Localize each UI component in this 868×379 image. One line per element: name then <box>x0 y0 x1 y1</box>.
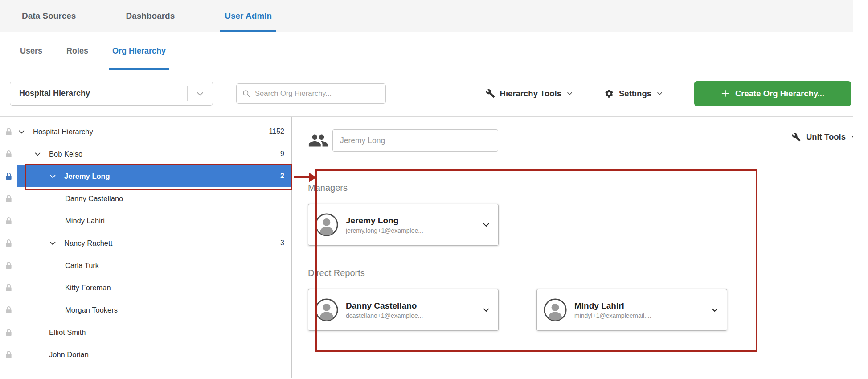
tree-item[interactable]: Nancy Rachett3 <box>0 232 291 254</box>
tree-item[interactable]: Hospital Hierarchy1152 <box>0 120 291 143</box>
unit-tools-button[interactable]: Unit Tools <box>792 132 857 142</box>
tab-org-hierarchy[interactable]: Org Hierarchy <box>111 32 167 70</box>
primary-nav: Data Sources Dashboards User Admin <box>0 0 868 32</box>
lock-icon <box>0 187 17 210</box>
unit-detail-panel: Unit Tools Managers Jeremy Long jeremy.l… <box>292 117 868 378</box>
person-card[interactable]: Mindy Lahiri mindyl+1@exampleemail.... <box>536 289 727 331</box>
tree-item-count: 2 <box>280 172 291 180</box>
search-icon <box>242 89 250 98</box>
chevron-down-icon[interactable] <box>711 306 719 314</box>
tree-item-label: Carla Turk <box>65 261 99 270</box>
tree-item-label: Kitty Foreman <box>65 284 111 292</box>
direct-reports-card-list: Danny Castellano dcastellano+1@examplee.… <box>308 289 857 331</box>
hierarchy-select-value: Hospital Hierarchy <box>10 89 187 98</box>
gear-icon <box>604 89 614 99</box>
lock-icon <box>0 165 17 187</box>
tree-item-label: Elliot Smith <box>49 328 86 337</box>
person-card[interactable]: Danny Castellano dcastellano+1@examplee.… <box>308 289 499 331</box>
unit-tools-label: Unit Tools <box>806 132 846 142</box>
lock-icon <box>0 276 17 299</box>
plus-icon <box>721 89 729 98</box>
unit-name-input[interactable] <box>332 129 498 152</box>
tree-item-label: Morgan Tookers <box>65 306 118 314</box>
direct-reports-heading: Direct Reports <box>308 268 857 278</box>
wrench-icon <box>792 132 801 142</box>
tree-item-count: 3 <box>280 239 291 247</box>
chevron-down-icon[interactable] <box>18 128 33 136</box>
lock-icon <box>0 232 17 254</box>
avatar-icon <box>543 298 567 322</box>
tree-item[interactable]: Morgan Tookers <box>0 299 291 321</box>
chevron-down-icon[interactable] <box>482 221 490 229</box>
settings-label: Settings <box>619 89 651 99</box>
person-name: Mindy Lahiri <box>574 301 651 311</box>
tab-roles[interactable]: Roles <box>65 32 90 70</box>
tab-users[interactable]: Users <box>19 32 44 70</box>
chevron-down-icon[interactable] <box>188 89 213 98</box>
chevron-down-icon <box>566 90 573 97</box>
lock-icon <box>0 210 17 232</box>
chevron-down-icon[interactable] <box>49 239 64 247</box>
person-email: dcastellano+1@examplee... <box>346 312 423 319</box>
people-group-icon <box>308 130 328 151</box>
content-area: Hospital Hierarchy1152Bob Kelso9Jeremy L… <box>0 117 868 378</box>
person-email: jeremy.long+1@examplee... <box>346 227 423 234</box>
secondary-nav: Users Roles Org Hierarchy <box>0 32 868 70</box>
tree-item[interactable]: Jeremy Long2 <box>0 165 291 187</box>
lock-icon <box>0 321 17 343</box>
hierarchy-tools-label: Hierarchy Tools <box>500 89 561 99</box>
person-name: Danny Castellano <box>346 301 423 311</box>
tree-item[interactable]: Elliot Smith <box>0 321 291 343</box>
tree-item-label: Bob Kelso <box>49 150 82 158</box>
tree-item-label: Nancy Rachett <box>64 239 112 247</box>
chevron-down-icon[interactable] <box>482 306 490 314</box>
settings-button[interactable]: Settings <box>604 89 663 99</box>
hierarchy-select[interactable]: Hospital Hierarchy <box>10 82 213 106</box>
lock-icon <box>0 343 17 366</box>
tree-item-label: Jeremy Long <box>64 172 110 181</box>
org-hierarchy-toolbar: Hospital Hierarchy Hierarchy Tools Setti… <box>0 70 868 117</box>
tree-item-label: Danny Castellano <box>65 194 123 203</box>
person-card[interactable]: Jeremy Long jeremy.long+1@examplee... <box>308 204 499 246</box>
wrench-icon <box>486 89 495 98</box>
tree-item-label: Mindy Lahiri <box>65 217 105 225</box>
lock-icon <box>0 299 17 321</box>
org-tree: Hospital Hierarchy1152Bob Kelso9Jeremy L… <box>0 117 292 378</box>
person-card-text: Danny Castellano dcastellano+1@examplee.… <box>346 301 423 319</box>
tree-item-label: John Dorian <box>49 350 89 359</box>
search-box[interactable] <box>236 83 386 104</box>
tree-item-count: 9 <box>280 150 291 158</box>
page-right-gutter <box>853 0 868 379</box>
tree-item[interactable]: John Dorian <box>0 343 291 366</box>
lock-icon <box>0 254 17 276</box>
avatar-icon <box>315 298 339 322</box>
lock-icon <box>0 143 17 165</box>
chevron-down-icon <box>656 90 663 97</box>
tree-item-label: Hospital Hierarchy <box>33 128 93 136</box>
person-email: mindyl+1@exampleemail.... <box>574 312 651 319</box>
tab-dashboards[interactable]: Dashboards <box>124 0 176 32</box>
tab-user-admin[interactable]: User Admin <box>223 0 274 32</box>
person-card-text: Jeremy Long jeremy.long+1@examplee... <box>346 216 423 234</box>
person-card-text: Mindy Lahiri mindyl+1@exampleemail.... <box>574 301 651 319</box>
tree-item[interactable]: Bob Kelso9 <box>0 143 291 165</box>
create-org-hierarchy-label: Create Org Hierarchy... <box>735 89 824 99</box>
tree-item[interactable]: Danny Castellano <box>0 187 291 210</box>
lock-icon <box>0 120 17 143</box>
hierarchy-tools-button[interactable]: Hierarchy Tools <box>486 89 573 99</box>
create-org-hierarchy-button[interactable]: Create Org Hierarchy... <box>694 81 851 106</box>
tree-item-count: 1152 <box>269 128 291 136</box>
avatar-icon <box>315 213 339 237</box>
toolbar-right-tools: Hierarchy Tools Settings Create Org Hier… <box>486 81 851 106</box>
person-name: Jeremy Long <box>346 216 423 226</box>
tree-item[interactable]: Carla Turk <box>0 254 291 276</box>
managers-card-list: Jeremy Long jeremy.long+1@examplee... <box>308 204 857 246</box>
managers-heading: Managers <box>308 183 857 193</box>
unit-header-row: Unit Tools <box>308 129 857 152</box>
tree-item[interactable]: Kitty Foreman <box>0 276 291 299</box>
chevron-down-icon[interactable] <box>34 150 49 158</box>
tree-item[interactable]: Mindy Lahiri <box>0 210 291 232</box>
tab-data-sources[interactable]: Data Sources <box>20 0 78 32</box>
search-input[interactable] <box>255 89 380 98</box>
chevron-down-icon[interactable] <box>49 173 64 180</box>
